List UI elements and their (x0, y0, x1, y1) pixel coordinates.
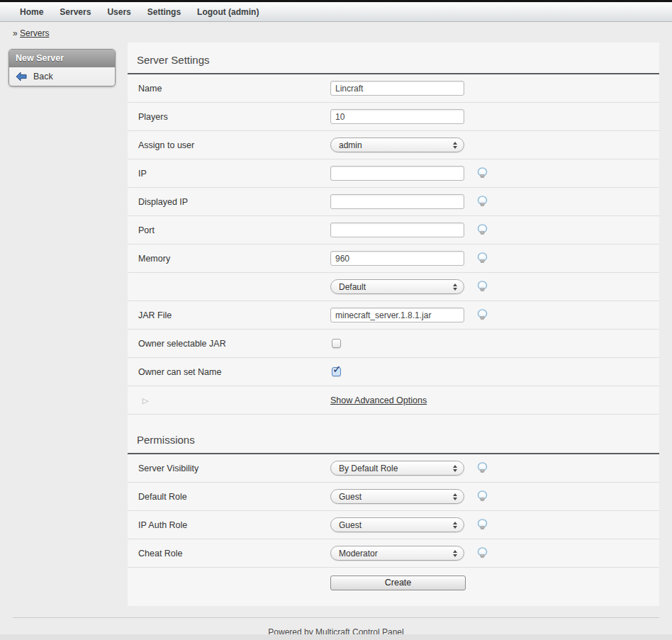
name-input[interactable] (330, 81, 464, 96)
row-owner-selectable-jar: Owner selectable JAR (128, 330, 659, 358)
players-label: Players (138, 112, 330, 122)
row-owner-can-set-name: Owner can set Name ✓ (128, 358, 659, 386)
row-displayed-ip: Displayed IP (128, 188, 659, 216)
name-label: Name (138, 84, 330, 94)
owner-selectable-jar-checkbox[interactable] (332, 339, 341, 348)
up-down-arrows-icon (453, 142, 457, 149)
owner-can-set-name-checkbox[interactable]: ✓ (332, 367, 341, 376)
row-ip-auth-role: IP Auth Role Guest (128, 511, 659, 539)
select-value: Default (339, 282, 366, 292)
row-memory: Memory (128, 245, 659, 273)
row-default-role: Default Role Guest (128, 483, 659, 511)
checkmark-icon: ✓ (332, 363, 342, 376)
bottom-strip (0, 634, 672, 640)
row-advanced-options: ▷ Show Advanced Options (128, 386, 659, 415)
row-ip: IP (128, 159, 659, 188)
nav-item-servers[interactable]: Servers (60, 7, 91, 17)
displayed-ip-input[interactable] (330, 194, 464, 209)
owner-selectable-jar-label: Owner selectable JAR (138, 339, 330, 349)
jar-file-label: JAR File (138, 310, 330, 320)
cheat-role-tip-lightbulb-icon[interactable] (476, 547, 488, 559)
show-advanced-options-link[interactable]: Show Advanced Options (330, 395, 427, 405)
server-visibility-select[interactable]: By Default Role (330, 461, 464, 476)
row-cheat-role: Cheat Role Moderator (128, 539, 659, 568)
breadcrumb: » Servers (0, 22, 672, 43)
nav-item-users[interactable]: Users (107, 7, 130, 17)
expand-triangle-icon[interactable]: ▷ (142, 396, 148, 405)
select-value: admin (339, 140, 362, 150)
sidebar-back-label: Back (33, 72, 53, 82)
memory-tip-lightbulb-icon[interactable] (476, 252, 488, 264)
row-create: Create (128, 568, 659, 596)
select-value: Guest (339, 520, 362, 530)
cheat-role-label: Cheat Role (138, 549, 330, 558)
ip-label: IP (138, 169, 330, 179)
jar-file-tip-lightbulb-icon[interactable] (476, 309, 488, 321)
row-server-visibility: Server Visibility By Default Role (128, 454, 659, 483)
ip-auth-role-tip-lightbulb-icon[interactable] (476, 519, 488, 531)
nav-item-logout[interactable]: Logout (admin) (197, 7, 259, 17)
port-input[interactable] (330, 223, 464, 237)
memory-preset-tip-lightbulb-icon[interactable] (476, 281, 488, 293)
up-down-arrows-icon (453, 493, 457, 500)
memory-preset-select[interactable]: Default (330, 279, 464, 294)
content-column: Server Settings Name Players Assign to u… (128, 43, 659, 606)
row-memory-preset: Default (128, 273, 659, 301)
assign-to-user-label: Assign to user (138, 140, 330, 150)
server-visibility-label: Server Visibility (138, 464, 330, 473)
row-players: Players (128, 103, 659, 131)
port-label: Port (138, 225, 330, 235)
sidebar-back-button[interactable]: Back (9, 67, 115, 86)
default-role-tip-lightbulb-icon[interactable] (476, 490, 488, 503)
server-settings-title: Server Settings (128, 43, 659, 73)
server-visibility-tip-lightbulb-icon[interactable] (476, 462, 488, 474)
main-area: New Server Back Server Settings Name Pla… (0, 43, 672, 606)
select-value: Moderator (339, 549, 378, 558)
owner-can-set-name-label: Owner can set Name (138, 367, 330, 377)
default-role-select[interactable]: Guest (330, 489, 464, 504)
select-value: By Default Role (339, 464, 398, 473)
displayed-ip-tip-lightbulb-icon[interactable] (476, 196, 488, 208)
row-port: Port (128, 216, 659, 245)
breadcrumb-marker: » (13, 28, 18, 38)
breadcrumb-servers-link[interactable]: Servers (20, 28, 49, 38)
players-input[interactable] (330, 109, 464, 124)
permissions-title: Permissions (128, 415, 659, 453)
ip-tip-lightbulb-icon[interactable] (476, 167, 488, 179)
row-jar-file: JAR File (128, 301, 659, 330)
back-arrow-icon (16, 72, 27, 82)
row-assign-to-user: Assign to user admin (128, 131, 659, 159)
cheat-role-select[interactable]: Moderator (330, 546, 464, 561)
ip-auth-role-select[interactable]: Guest (330, 517, 464, 532)
ip-auth-role-label: IP Auth Role (138, 520, 330, 530)
row-name: Name (128, 74, 659, 103)
displayed-ip-label: Displayed IP (138, 197, 330, 207)
nav-item-settings[interactable]: Settings (147, 7, 181, 17)
jar-file-input[interactable] (330, 308, 464, 322)
assign-to-user-select[interactable]: admin (330, 137, 464, 152)
up-down-arrows-icon (453, 465, 457, 472)
ip-input[interactable] (330, 166, 464, 181)
memory-label: Memory (138, 254, 330, 264)
sidebar-panel: New Server Back (9, 49, 116, 86)
create-button[interactable]: Create (330, 576, 466, 590)
up-down-arrows-icon (453, 283, 457, 291)
nav-item-home[interactable]: Home (20, 7, 43, 17)
default-role-label: Default Role (138, 492, 330, 502)
memory-input[interactable] (330, 251, 464, 266)
port-tip-lightbulb-icon[interactable] (476, 224, 488, 236)
up-down-arrows-icon (453, 550, 457, 557)
select-value: Guest (339, 492, 362, 502)
sidebar-title: New Server (9, 50, 115, 67)
main-navbar: Home Servers Users Settings Logout (admi… (0, 2, 672, 22)
up-down-arrows-icon (453, 522, 457, 529)
